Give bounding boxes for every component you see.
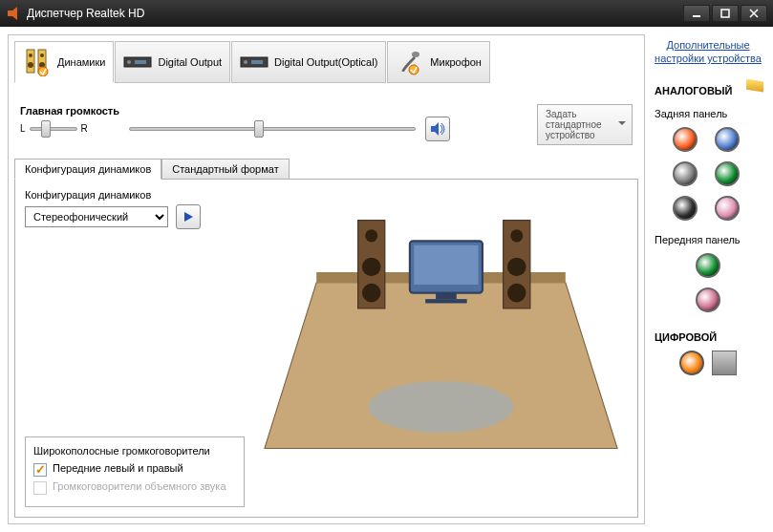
svg-point-6 — [40, 53, 44, 57]
checkbox-surround — [33, 481, 47, 495]
svg-rect-2 — [721, 10, 729, 17]
jack-pink[interactable] — [715, 196, 740, 221]
svg-point-11 — [127, 60, 131, 64]
jack-grey[interactable] — [673, 161, 698, 186]
default-device-dropdown[interactable]: Задать стандартное устройство — [537, 104, 633, 145]
wideband-speakers-group: Широкополосные громкоговорители Передние… — [25, 436, 245, 507]
front-panel-label: Передняя панель — [651, 234, 741, 245]
jack-blue[interactable] — [715, 127, 740, 152]
balance-slider[interactable] — [30, 120, 77, 138]
tab-microphone[interactable]: Микрофон — [387, 41, 490, 83]
balance-right-label: R — [81, 123, 88, 134]
svg-rect-24 — [414, 245, 478, 285]
svg-point-5 — [29, 53, 32, 57]
svg-point-14 — [244, 60, 247, 64]
tab-label: Микрофон — [430, 56, 482, 68]
svg-rect-3 — [27, 50, 34, 73]
envelope-icon — [746, 79, 763, 93]
balance-left-label: L — [20, 123, 26, 134]
front-jacks — [696, 253, 720, 312]
svg-marker-18 — [431, 122, 439, 136]
svg-rect-25 — [436, 293, 457, 300]
svg-point-33 — [507, 258, 526, 277]
receiver-icon — [123, 48, 152, 76]
svg-point-30 — [362, 284, 381, 303]
speakers-icon — [23, 48, 52, 76]
rear-panel-label: Задняя панель — [651, 108, 727, 119]
jack-front-pink[interactable] — [696, 287, 720, 312]
svg-rect-15 — [251, 60, 263, 64]
receiver-icon — [240, 48, 268, 76]
svg-point-32 — [510, 229, 523, 242]
config-label: Конфигурация динамиков — [25, 189, 245, 201]
test-play-button[interactable] — [176, 204, 201, 229]
minimize-button[interactable] — [683, 5, 710, 22]
svg-point-29 — [362, 258, 381, 277]
digital-section-title: ЦИФРОВОЙ — [651, 331, 765, 343]
tab-label: Динамики — [57, 56, 105, 68]
checkbox-surround-label: Громкоговорители объемного звука — [53, 480, 226, 492]
tab-label: Digital Output(Optical) — [274, 56, 377, 68]
close-button[interactable] — [741, 5, 767, 22]
svg-point-28 — [365, 229, 377, 242]
speaker-config-select[interactable]: Стереофонический — [25, 206, 168, 227]
advanced-device-settings-link[interactable]: Дополнительные настройки устройства — [651, 38, 765, 66]
svg-marker-19 — [184, 212, 193, 222]
svg-point-16 — [412, 52, 419, 57]
svg-rect-26 — [425, 299, 466, 303]
checkbox-front-lr[interactable] — [33, 463, 47, 477]
subtab-default-format[interactable]: Стандартный формат — [161, 159, 289, 180]
svg-point-34 — [507, 284, 526, 303]
svg-point-7 — [28, 62, 33, 68]
tab-digital-output[interactable]: Digital Output — [115, 41, 230, 83]
main-volume-slider[interactable] — [129, 120, 416, 138]
microphone-icon — [396, 48, 424, 76]
svg-rect-12 — [135, 60, 146, 64]
jack-orange[interactable] — [673, 127, 698, 152]
svg-point-22 — [368, 381, 513, 433]
tab-label: Digital Output — [158, 56, 222, 68]
svg-marker-0 — [8, 7, 17, 20]
maximize-button[interactable] — [712, 5, 739, 22]
tab-speakers[interactable]: Динамики — [14, 41, 114, 83]
wideband-title: Широкополосные громкоговорители — [33, 445, 236, 457]
titlebar: Диспетчер Realtek HD — [0, 0, 773, 27]
speaker-room-diagram — [254, 189, 628, 507]
tab-digital-output-optical[interactable]: Digital Output(Optical) — [231, 41, 386, 83]
rear-jacks — [673, 127, 743, 221]
app-icon — [6, 6, 21, 21]
digital-optical[interactable] — [712, 351, 737, 375]
device-tabs: Динамики Digital Output Digital Output(O… — [14, 41, 638, 83]
jack-green[interactable] — [715, 161, 740, 186]
jack-black[interactable] — [673, 196, 698, 221]
subtab-speaker-config[interactable]: Конфигурация динамиков — [14, 159, 161, 180]
analog-section-title: АНАЛОГОВЫЙ — [651, 85, 765, 96]
checkbox-front-lr-label: Передние левый и правый — [53, 462, 183, 474]
svg-rect-1 — [693, 15, 700, 17]
volume-label: Главная громкость — [20, 105, 119, 117]
mute-button[interactable] — [425, 117, 450, 141]
jack-front-green[interactable] — [696, 253, 720, 278]
window-title: Диспетчер Realtek HD — [27, 7, 683, 20]
digital-coax[interactable] — [679, 351, 704, 375]
